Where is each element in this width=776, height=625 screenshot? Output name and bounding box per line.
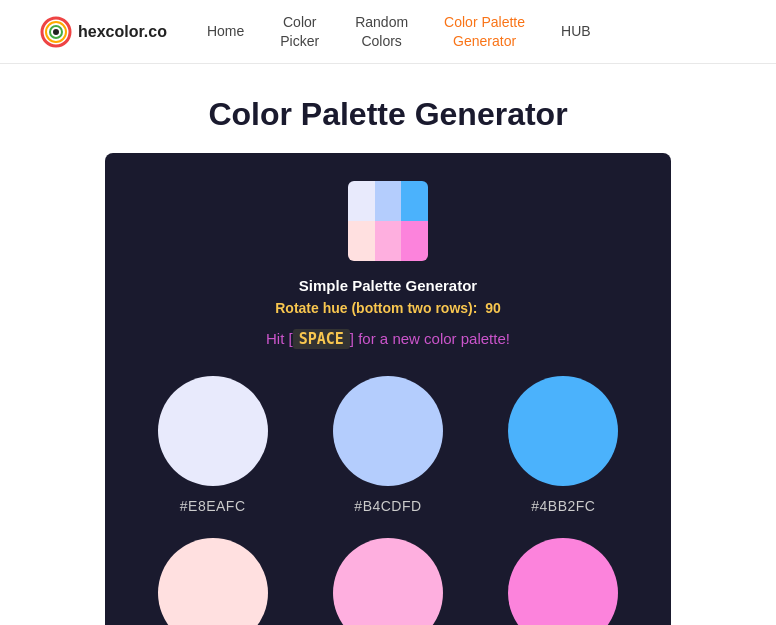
color-circle-item: #E8EAFC — [145, 376, 280, 514]
rotate-hue-row: Rotate hue (bottom two rows): 90 — [275, 300, 501, 316]
header: hexcolor.co HomeColor PickerRandom Color… — [0, 0, 776, 64]
main-nav: HomeColor PickerRandom ColorsColor Palet… — [207, 13, 591, 49]
thumb-cell — [401, 181, 428, 221]
thumb-cell — [348, 221, 375, 261]
color-circle-item: #FEAFDF — [320, 538, 455, 625]
color-circle[interactable] — [508, 376, 618, 486]
thumb-cell — [375, 181, 402, 221]
logo-icon — [40, 16, 72, 48]
hex-label: #E8EAFC — [180, 498, 246, 514]
rotate-hue-value: 90 — [485, 300, 501, 316]
logo-text: hexcolor.co — [78, 23, 167, 41]
hex-label: #B4CDFD — [354, 498, 421, 514]
hex-label: #4BB2FC — [531, 498, 595, 514]
color-circle[interactable] — [333, 376, 443, 486]
color-circle-item: #FC83DC — [496, 538, 631, 625]
svg-point-3 — [53, 29, 59, 35]
nav-item-hub[interactable]: HUB — [561, 22, 591, 40]
page-title-area: Color Palette Generator — [0, 64, 776, 153]
thumb-cell — [348, 181, 375, 221]
color-circle[interactable] — [158, 538, 268, 625]
nav-item-random-colors[interactable]: Random Colors — [355, 13, 408, 49]
color-circle-item: #B4CDFD — [320, 376, 455, 514]
logo[interactable]: hexcolor.co — [40, 16, 167, 48]
thumb-cell — [375, 221, 402, 261]
rotate-hue-label: Rotate hue (bottom two rows): — [275, 300, 477, 316]
color-circle-item: #FFE0E0 — [145, 538, 280, 625]
nav-item-home[interactable]: Home — [207, 22, 244, 40]
space-prompt: Hit [SPACE] for a new color palette! — [266, 330, 510, 348]
main-content-box: Simple Palette Generator Rotate hue (bot… — [105, 153, 671, 625]
palette-thumbnail — [348, 181, 428, 261]
color-circle-item: #4BB2FC — [496, 376, 631, 514]
nav-item-color-picker[interactable]: Color Picker — [280, 13, 319, 49]
space-key: SPACE — [293, 329, 350, 349]
page-title: Color Palette Generator — [0, 96, 776, 133]
color-circle[interactable] — [158, 376, 268, 486]
palette-tool-name: Simple Palette Generator — [299, 277, 477, 294]
color-circles-grid: #E8EAFC#B4CDFD#4BB2FC#FFE0E0#FEAFDF#FC83… — [145, 376, 631, 625]
nav-item-color-palette-generator[interactable]: Color Palette Generator — [444, 13, 525, 49]
color-circle[interactable] — [333, 538, 443, 625]
thumb-cell — [401, 221, 428, 261]
color-circle[interactable] — [508, 538, 618, 625]
